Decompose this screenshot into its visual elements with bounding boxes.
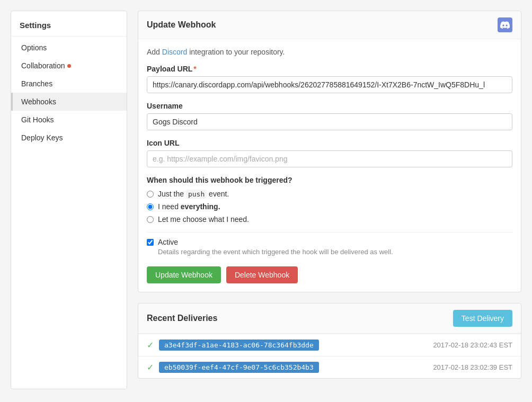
card-body: Add Discord integration to your reposito…	[138, 39, 521, 292]
update-webhook-card: Update Webhook Add Discord integration t…	[138, 11, 521, 292]
icon-url-group: Icon URL	[147, 139, 512, 167]
update-webhook-button[interactable]: Update Webhook	[147, 266, 221, 283]
delivery-time: 2017-02-18 23:02:43 EST	[433, 341, 512, 349]
trigger-title: When should this webhook be triggered?	[147, 176, 512, 184]
delivery-hash-link[interactable]: eb50039f-eef4-47cf-9e07-5c6cb352b4b3	[159, 362, 319, 373]
sidebar-item-collaboration[interactable]: Collaboration	[11, 57, 127, 75]
payload-url-group: Payload URL*	[147, 65, 512, 93]
active-section: Active Details regarding the event which…	[147, 232, 512, 256]
icon-url-input[interactable]	[147, 150, 512, 167]
deliveries-title: Recent Deliveries	[147, 314, 217, 323]
payload-url-input[interactable]	[147, 76, 512, 93]
action-buttons: Update Webhook Delete Webhook	[147, 266, 512, 283]
active-description: Details regarding the event which trigge…	[158, 248, 393, 256]
sidebar-title: Settings	[11, 16, 127, 37]
sidebar-item-branches[interactable]: Branches	[11, 75, 127, 93]
delivery-check-icon: ✓	[147, 340, 154, 350]
sidebar-item-webhooks[interactable]: Webhooks	[11, 93, 127, 111]
push-code: push	[186, 190, 207, 199]
payload-url-label: Payload URL*	[147, 65, 512, 73]
trigger-choose-option[interactable]: Let me choose what I need.	[147, 215, 512, 224]
trigger-section: When should this webhook be triggered? J…	[147, 176, 512, 224]
active-checkbox[interactable]	[147, 239, 154, 246]
delivery-hash-link[interactable]: a3e4f3df-a1ae-4183-ac06-78c364fb3dde	[159, 340, 319, 351]
discord-link[interactable]: Discord	[162, 48, 187, 56]
username-label: Username	[147, 102, 512, 110]
notification-dot	[67, 64, 71, 68]
recent-deliveries-card: Recent Deliveries Test Delivery ✓ a3e4f3…	[138, 303, 521, 379]
active-checkbox-label[interactable]: Active Details regarding the event which…	[147, 238, 512, 256]
username-input[interactable]	[147, 113, 512, 130]
username-group: Username	[147, 102, 512, 130]
card-title: Update Webhook	[147, 20, 216, 30]
trigger-push-radio[interactable]	[147, 191, 154, 198]
deliveries-list: ✓ a3e4f3df-a1ae-4183-ac06-78c364fb3dde 2…	[138, 334, 521, 378]
card-header: Update Webhook	[138, 11, 521, 39]
sidebar-item-options[interactable]: Options	[11, 39, 127, 57]
deliveries-header: Recent Deliveries Test Delivery	[138, 303, 521, 334]
delivery-row: ✓ a3e4f3df-a1ae-4183-ac06-78c364fb3dde 2…	[138, 334, 521, 356]
discord-icon	[498, 17, 512, 32]
required-star: *	[193, 65, 196, 73]
delivery-time: 2017-02-18 23:02:39 EST	[433, 363, 512, 371]
everything-bold: everything.	[181, 202, 220, 211]
delete-webhook-button[interactable]: Delete Webhook	[226, 266, 298, 283]
active-label: Active	[158, 238, 393, 246]
trigger-radio-group: Just the push event. I need everything. …	[147, 190, 512, 224]
delivery-check-icon: ✓	[147, 362, 154, 372]
delivery-row: ✓ eb50039f-eef4-47cf-9e07-5c6cb352b4b3 2…	[138, 356, 521, 378]
test-delivery-button[interactable]: Test Delivery	[453, 310, 512, 327]
sidebar-item-deploy-keys[interactable]: Deploy Keys	[11, 129, 127, 147]
trigger-choose-label: Let me choose what I need.	[158, 215, 249, 224]
settings-sidebar: Settings Options Collaboration Branches …	[11, 11, 127, 389]
webhook-description: Add Discord integration to your reposito…	[147, 48, 512, 56]
trigger-push-option[interactable]: Just the push event.	[147, 190, 512, 198]
main-content: Update Webhook Add Discord integration t…	[138, 11, 521, 389]
trigger-everything-option[interactable]: I need everything.	[147, 202, 512, 211]
trigger-everything-radio[interactable]	[147, 203, 154, 210]
trigger-choose-radio[interactable]	[147, 216, 154, 223]
icon-url-label: Icon URL	[147, 139, 512, 147]
sidebar-item-git-hooks[interactable]: Git Hooks	[11, 111, 127, 129]
